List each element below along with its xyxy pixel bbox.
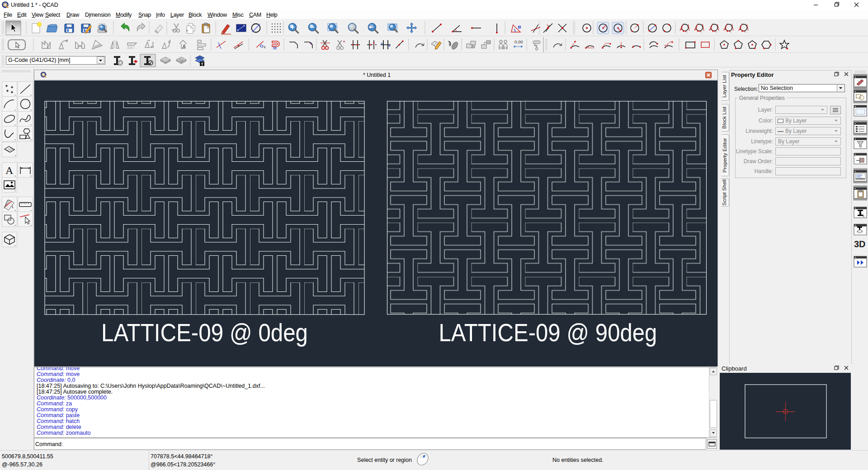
svg-text:x: x [264, 45, 266, 49]
svg-text:LATTICE-09 @ 0deg: LATTICE-09 @ 0deg [101, 318, 308, 347]
svg-text:A: A [182, 44, 186, 49]
svg-text:A: A [5, 164, 14, 176]
svg-text:1: 1 [863, 214, 865, 218]
svg-text:LATTICE-09 @ 90deg: LATTICE-09 @ 90deg [439, 318, 657, 347]
svg-text:3D: 3D [854, 239, 866, 249]
svg-text:0.00: 0.00 [514, 39, 523, 44]
svg-text:T: T [201, 62, 204, 66]
